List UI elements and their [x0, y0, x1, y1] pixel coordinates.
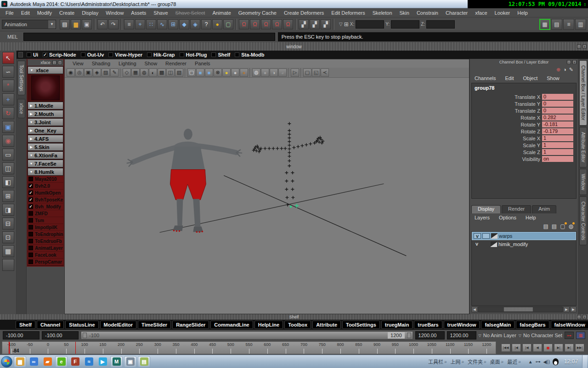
chevron-right-icon[interactable]: » — [518, 359, 521, 364]
step-back-key-button[interactable]: |◀ — [522, 344, 531, 352]
channel-box-menu-item[interactable]: Show — [542, 75, 564, 81]
xface-checkbox-item[interactable]: AnimatLayer — [28, 245, 63, 252]
highlight-selection-icon[interactable]: ▢ — [223, 19, 233, 29]
menu-item[interactable]: Constrain — [413, 9, 442, 17]
bookmarks-icon[interactable]: ◈ — [93, 69, 101, 77]
play-backwards-button[interactable]: ◀ — [533, 344, 542, 352]
camera-attributes-icon[interactable]: ▣ — [84, 69, 92, 77]
ipr-render-icon[interactable]: ▞ — [310, 19, 320, 29]
chevron-right-icon[interactable]: » — [461, 359, 464, 364]
checkbox[interactable] — [211, 52, 216, 57]
hypershade-layout-icon[interactable]: ⊟ — [2, 218, 14, 230]
grid-icon[interactable]: ⊞ — [344, 21, 349, 28]
xface-checkbox-item[interactable]: HumIkOpen — [28, 190, 63, 196]
magnet-live-icon[interactable]: Ω — [283, 19, 293, 29]
character-model[interactable] — [127, 129, 242, 233]
move-tool-icon[interactable]: + — [2, 93, 14, 105]
taskbar-maya[interactable]: M — [110, 356, 123, 368]
shelf-tab[interactable]: Ui — [26, 52, 42, 58]
ui-element-tab[interactable]: trueWindow — [444, 321, 480, 329]
tab-tool-settings[interactable]: Tool Settings — [17, 61, 25, 95]
viewport-menu-item[interactable]: Renderer — [161, 61, 191, 66]
isolate-select-icon[interactable]: ▷ — [291, 69, 299, 77]
ui-element-tab[interactable]: TimeSlider — [138, 321, 171, 329]
xface-section-button[interactable]: ▶ 2.Mouth — [28, 110, 63, 118]
xface-section-button[interactable]: ▶ 5.Skin — [28, 143, 63, 151]
taskbar-player[interactable]: ▶ — [96, 356, 109, 368]
edit-pencil-icon[interactable]: ✎ — [569, 67, 573, 73]
show-desktop-button[interactable] — [582, 355, 587, 368]
ui-element-tab[interactable]: Attribute — [312, 321, 341, 329]
xray-icon[interactable]: ▢ — [187, 69, 196, 77]
close-pane-icon[interactable]: × — [582, 315, 587, 319]
tab-xface-vertical[interactable]: xface — [17, 99, 25, 118]
ui-element-tab[interactable]: truegMain — [381, 321, 413, 329]
menu-set-dropdown[interactable]: Animation ▼ — [2, 20, 56, 29]
magnet-point-icon[interactable]: Ω — [261, 19, 271, 29]
xface-checkbox-item[interactable]: ToEndruoFb — [28, 238, 63, 245]
mel-command-input[interactable] — [23, 33, 275, 41]
viewport-menu-item[interactable]: Shading — [88, 61, 114, 66]
menu-item[interactable]: xface — [471, 9, 491, 17]
layer-editor-tab[interactable]: Anim — [532, 205, 556, 213]
light-dome-icon[interactable]: ◍ — [252, 69, 260, 77]
xface-section-button[interactable]: ▼ 6.XtionFa — [28, 151, 63, 159]
graph-layout-icon[interactable]: ⊡ — [2, 231, 14, 243]
quick-launch-item[interactable]: 文件夹 » — [466, 358, 488, 365]
channel-label[interactable]: Translate Z — [515, 108, 540, 114]
xface-section-button[interactable]: ▶ 4.AFS — [28, 135, 63, 143]
image-plane-icon[interactable]: ▨ — [102, 69, 110, 77]
checkbox[interactable] — [147, 52, 152, 57]
channel-value-field[interactable]: 1 — [542, 142, 573, 148]
channel-label[interactable]: Scale Y — [523, 143, 540, 148]
outliner-layout-icon[interactable]: ◨ — [2, 204, 14, 216]
channel-box-menu-item[interactable]: Object — [518, 75, 542, 81]
x-input[interactable] — [356, 20, 384, 29]
move-layer-up-icon[interactable]: ▤ — [543, 223, 548, 230]
xface-section-button[interactable]: ▼ 3.Joint — [28, 118, 63, 126]
ui-element-tab[interactable]: Shelf — [16, 321, 35, 329]
xray-joints-icon[interactable]: ■ — [205, 69, 213, 77]
animation-preferences-icon[interactable]: ▦ — [576, 332, 585, 339]
share-icon[interactable]: ≺ — [321, 69, 329, 77]
taskbar-browser[interactable]: e — [55, 356, 68, 368]
xface-section-button[interactable]: ▶ 1.Modle — [28, 102, 63, 109]
ui-element-tab[interactable]: ModelEditor — [100, 321, 137, 329]
layer-editor-tab[interactable]: Display — [471, 205, 501, 213]
tray-key-icon[interactable]: ⊶ — [536, 359, 541, 365]
playback-start-field[interactable]: -100.00 — [42, 331, 79, 339]
taskbar-notes[interactable]: ▤ — [138, 356, 150, 368]
ui-element-tab[interactable]: ToolSettings — [342, 321, 380, 329]
empty-slot[interactable] — [2, 259, 14, 271]
shelf-tab[interactable]: Hot-Plug — [179, 52, 211, 58]
sidebar-vertical-tab[interactable]: Window — [579, 169, 587, 196]
channel-value-field[interactable]: 0.282 — [542, 115, 573, 121]
step-back-frame-button[interactable]: |◀ — [512, 344, 521, 352]
show-manipulators-icon[interactable]: ⊕ — [556, 67, 560, 73]
xface-checkbox-item[interactable]: PerspCamar — [28, 259, 63, 265]
snap-view-plane-icon[interactable]: ◈ — [190, 19, 200, 29]
checkbox[interactable] — [43, 52, 47, 57]
menu-item[interactable]: Create — [56, 9, 78, 17]
stop-button[interactable]: ■ — [543, 344, 553, 352]
channel-box-titlebar[interactable]: Channel Box / Layer Editor ▫ × — [470, 59, 578, 65]
checkbox[interactable] — [28, 253, 33, 257]
menu-item[interactable]: Skeleton — [369, 9, 396, 17]
restore-panel-icon[interactable]: ▫ — [52, 61, 57, 65]
xface-panel-titlebar[interactable]: xface ▫ × — [28, 59, 63, 66]
layer-visibility-toggle[interactable]: V — [474, 233, 481, 239]
snap-points-icon[interactable]: ◆ — [179, 19, 189, 29]
channel-value-field[interactable]: 0 — [542, 94, 573, 100]
layer-editor-menu-item[interactable]: Help — [521, 215, 541, 220]
y-input[interactable] — [391, 20, 419, 29]
checkbox[interactable] — [28, 232, 33, 236]
range-end-handle[interactable] — [407, 333, 411, 338]
show-hide-ui-toggle[interactable]: ▦ — [539, 19, 550, 30]
taskbar-reader[interactable]: F — [69, 356, 81, 368]
layer-editor-menu-item[interactable]: Options — [494, 215, 521, 220]
channel-box-menu-item[interactable]: Channels — [470, 75, 500, 81]
checkbox[interactable] — [235, 52, 239, 57]
film-gate-icon[interactable]: ⊗ — [214, 69, 222, 77]
viewport-canvas[interactable] — [65, 78, 469, 314]
quick-launch-item[interactable]: 上网 » — [449, 358, 465, 365]
